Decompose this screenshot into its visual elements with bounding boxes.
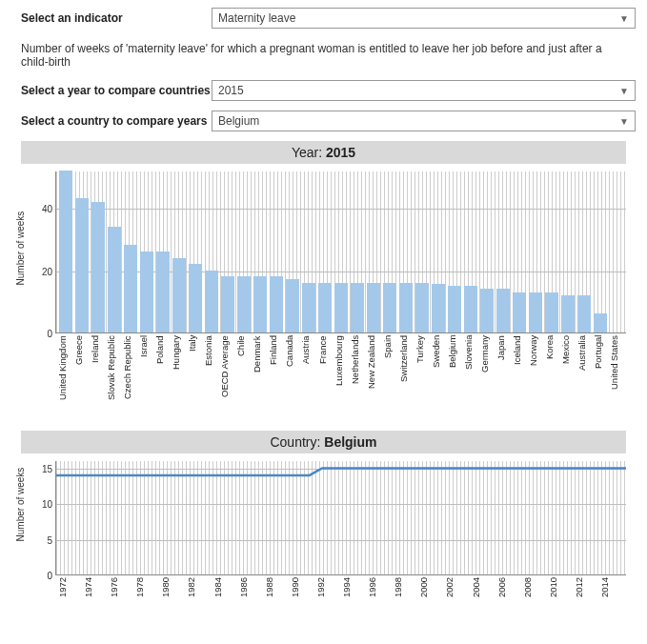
x-tick-label: 1982: [186, 577, 211, 604]
x-tick-label: Greece: [73, 335, 89, 421]
indicator-label: Select an indicator: [11, 11, 212, 25]
bar: [286, 279, 299, 332]
chevron-down-icon: ▼: [619, 86, 629, 96]
bar-y-axis-label: Number of weeks: [15, 211, 26, 286]
bar: [480, 289, 494, 332]
year-select[interactable]: 2015 ▼: [212, 80, 636, 101]
year-select-label: Select a year to compare countries: [11, 84, 212, 97]
bar: [577, 295, 591, 332]
bar: [545, 292, 558, 333]
line-y-axis-label: Number of weeks: [15, 468, 26, 542]
x-tick-label: United States: [609, 335, 624, 421]
x-tick-label: Czech Republic: [122, 335, 137, 421]
line-chart-title: Country: Belgium: [21, 431, 626, 453]
x-tick-label: Austria: [300, 335, 315, 421]
bar: [221, 276, 234, 332]
bar: [318, 283, 332, 332]
x-tick-label: 1978: [134, 577, 159, 604]
x-tick-label: 1984: [212, 577, 237, 604]
bar: [415, 283, 429, 332]
y-tick: 40: [31, 204, 52, 214]
x-tick-label: Netherlands: [350, 335, 365, 421]
x-tick-label: 1992: [315, 577, 340, 604]
bar: [399, 283, 413, 332]
country-value: Belgium: [218, 114, 259, 128]
bar: [367, 283, 380, 332]
bar: [513, 292, 526, 333]
x-tick-label: Finland: [268, 335, 283, 421]
x-tick-label: Mexico: [560, 335, 576, 421]
bar-chart: Number of weeks 02040 United KingdomGree…: [21, 171, 626, 421]
bar: [205, 271, 218, 332]
x-tick-label: 2008: [522, 577, 547, 604]
x-tick-label: 1980: [160, 577, 185, 604]
bar: [140, 252, 153, 332]
x-tick-label: 1996: [367, 577, 392, 604]
bar: [561, 295, 575, 332]
x-tick-label: Slovak Republic: [106, 335, 121, 421]
bar: [75, 198, 89, 332]
x-tick-label: Sweden: [431, 335, 446, 421]
x-tick-label: 2000: [418, 577, 443, 604]
bar: [172, 258, 186, 332]
bar: [302, 283, 315, 332]
x-tick-label: 1986: [238, 577, 263, 604]
country-select-label: Select a country to compare years: [11, 114, 212, 128]
x-tick-label: Canada: [284, 335, 299, 421]
bar: [496, 289, 510, 332]
x-tick-label: Israel: [138, 335, 153, 421]
y-tick: 15: [31, 463, 52, 473]
x-tick-label: 2004: [471, 577, 495, 604]
x-tick-label: 1972: [57, 577, 82, 604]
x-tick-label: 2010: [548, 577, 573, 604]
bar: [156, 252, 170, 332]
bar: [108, 227, 121, 332]
bar-chart-title: Year: 2015: [21, 141, 626, 164]
x-tick-label: Spain: [382, 335, 397, 421]
x-tick-label: Australia: [576, 335, 592, 421]
indicator-select[interactable]: Maternity leave ▼: [212, 8, 636, 29]
bar: [334, 283, 348, 332]
x-tick-label: 1988: [264, 577, 289, 604]
line-chart: Number of weeks 051015 19721974197619781…: [21, 461, 626, 604]
bar: [529, 292, 542, 333]
bar: [383, 283, 396, 332]
x-tick-label: Korea: [544, 335, 559, 421]
x-tick-label: United Kingdom: [57, 335, 72, 421]
x-tick-label: 1998: [393, 577, 417, 604]
x-tick-label: New Zealand: [366, 335, 381, 421]
x-tick-label: Iceland: [512, 335, 527, 421]
x-tick-label: Germany: [479, 335, 495, 421]
x-tick-label: 2014: [599, 577, 624, 604]
x-tick-label: Italy: [187, 335, 202, 421]
bar: [124, 245, 137, 332]
country-select[interactable]: Belgium ▼: [212, 111, 636, 131]
bar: [59, 171, 72, 332]
x-tick-label: Chile: [235, 335, 251, 421]
indicator-description: Number of weeks of 'maternity leave' for…: [11, 38, 636, 80]
x-tick-label: Hungary: [171, 335, 186, 421]
x-tick-label: Ireland: [90, 335, 105, 421]
bar: [253, 276, 267, 332]
x-tick-label: Belgium: [447, 335, 462, 421]
bar: [432, 284, 445, 332]
x-tick-label: Turkey: [414, 335, 430, 421]
x-tick-label: France: [317, 335, 333, 421]
bar: [270, 276, 283, 332]
line-series: [56, 461, 626, 574]
x-tick-label: Slovenia: [463, 335, 478, 421]
y-tick: 10: [31, 499, 52, 510]
y-tick: 0: [31, 329, 52, 339]
x-tick-label: 1974: [83, 577, 108, 604]
x-tick-label: 2012: [574, 577, 598, 604]
x-tick-label: Luxembourg: [334, 335, 349, 421]
year-value: 2015: [218, 84, 244, 97]
x-tick-label: 2002: [444, 577, 469, 604]
x-tick-label: Portugal: [593, 335, 608, 421]
bar: [189, 264, 202, 332]
bar: [448, 286, 461, 332]
chevron-down-icon: ▼: [619, 116, 629, 127]
x-tick-label: 1976: [109, 577, 133, 604]
x-tick-label: Poland: [154, 335, 170, 421]
y-tick: 5: [31, 534, 52, 545]
